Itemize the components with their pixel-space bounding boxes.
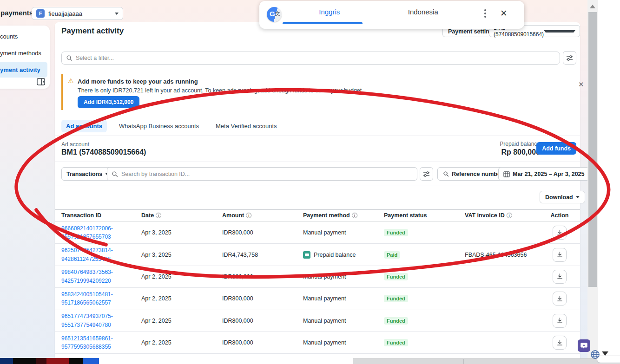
transaction-amount: IDR4,743,758 (222, 252, 303, 258)
divider (55, 186, 580, 186)
chat-bubble-button[interactable] (578, 339, 590, 352)
table-row: 9984076498373563- 9425719994209220 Apr 2… (55, 266, 580, 288)
transaction-amount: IDR800,000 (222, 339, 303, 346)
vat-invoice-id (465, 299, 546, 299)
kebab-menu-icon[interactable] (481, 9, 489, 20)
translate-tab[interactable]: Inggris (283, 1, 376, 23)
scroll-down-arrow[interactable] (602, 351, 608, 356)
transaction-id-line1: 9651774734937075- (61, 312, 141, 321)
column-header: Amounti (222, 212, 303, 219)
close-icon[interactable]: ✕ (578, 81, 584, 88)
payment-status: Paid (384, 251, 465, 259)
date-range-picker[interactable]: Mar 21, 2025 – Apr 3, 2025 (498, 167, 596, 181)
reference-number-button[interactable]: Reference number (437, 167, 508, 181)
table-row: 9651213541659861- 9577595305688355 Apr 2… (55, 332, 580, 354)
info-icon[interactable]: i (507, 213, 512, 218)
table-row: 9583424005105481- 9517186565062557 Apr 2… (55, 288, 580, 310)
download-invoice-button[interactable] (553, 248, 567, 262)
scrollbar-up-arrow[interactable] (590, 5, 595, 8)
business-selector[interactable]: F fieuajjajaaaa (32, 7, 123, 20)
tab-whatsapp-business-accounts[interactable]: WhatsApp Business accounts (114, 120, 204, 132)
chevron-down-icon (115, 13, 119, 15)
search-input-wrap (107, 167, 417, 181)
reference-number-label: Reference number (452, 171, 503, 177)
vertical-scrollbar-thumb[interactable] (588, 12, 597, 287)
transaction-id-link[interactable]: 9583424005105481- 9517186565062557 (61, 290, 141, 307)
info-icon[interactable]: i (352, 213, 357, 218)
search-icon (112, 171, 118, 177)
vat-invoice-id: FBADS-465-104363656 (465, 252, 546, 258)
prepaid-balance-value: Rp 800,000 (500, 148, 540, 156)
prepaid-balance: Prepaid balance Rp 800,000 (500, 141, 540, 156)
transaction-date: Apr 2, 2025 (141, 295, 222, 302)
status-badge: Paid (384, 251, 400, 259)
banner-body: There is only IDR720,721 left in your ad… (78, 87, 362, 94)
divider (55, 136, 580, 136)
status-badge: Funded (384, 273, 408, 280)
download-dropdown[interactable]: Download (540, 191, 585, 203)
status-badge: Funded (384, 295, 408, 302)
info-icon[interactable]: i (156, 213, 161, 218)
chat-star-icon (580, 342, 588, 350)
transaction-id-line2: 9551737754940780 (61, 321, 141, 330)
tab-meta-verified-accounts[interactable]: Meta Verified accounts (211, 120, 282, 132)
transaction-id-link[interactable]: 9651213541659861- 9577595305688355 (61, 334, 141, 351)
column-header: Payment methodi (303, 212, 384, 219)
add-funds-amount-button[interactable]: Add IDR43,512,000 (78, 96, 139, 108)
payment-method: Prepaid balance (303, 251, 384, 259)
business-name: fieuajjajaaaa (48, 10, 111, 17)
right-edge-strip (598, 0, 620, 364)
download-invoice-button[interactable] (553, 226, 567, 240)
filter-input-wrap (61, 52, 560, 65)
transaction-id-line2: 9425719994209220 (61, 277, 141, 286)
info-icon[interactable]: i (246, 213, 251, 218)
search-icon (443, 171, 449, 177)
add-funds-button[interactable]: Add funds (536, 142, 576, 155)
translate-language-tabs: InggrisIndonesia (283, 1, 470, 23)
transaction-id-line2: 9517186565062557 (61, 299, 141, 307)
sidebar-item[interactable]: yment methods (0, 45, 47, 61)
low-funds-banner: ⚠ Add more funds to keep your ads runnin… (61, 74, 578, 110)
action-cell (546, 336, 574, 350)
transaction-id-link[interactable]: 9625074054273814- 9428611247253428 (61, 246, 141, 263)
billing-payments-label: payments (0, 9, 33, 17)
google-translate-popup: G文 InggrisIndonesia ✕ (259, 1, 524, 29)
transaction-amount: IDR800,000 (222, 318, 303, 324)
column-header-label: Payment method (303, 212, 350, 219)
date-range-label: Mar 21, 2025 – Apr 3, 2025 (513, 171, 585, 177)
chevron-down-icon (576, 196, 580, 198)
sidebar-item[interactable]: yment activity (0, 62, 47, 78)
transaction-id-link[interactable]: 9666092140172006- 9557921857655703 (61, 224, 141, 241)
sidebar: countsyment methodsyment activity (0, 26, 50, 89)
transaction-id-line1: 9583424005105481- (61, 290, 141, 299)
table-body: 9666092140172006- 9557921857655703 Apr 3… (55, 222, 580, 354)
tab-ad-accounts[interactable]: Ad accounts (61, 120, 107, 132)
column-header-label: VAT invoice ID (465, 212, 505, 219)
transaction-amount: IDR800,000 (222, 273, 303, 280)
transaction-date: Apr 2, 2025 (141, 318, 222, 324)
translate-tab[interactable]: Indonesia (376, 1, 470, 23)
download-invoice-button[interactable] (553, 292, 567, 306)
column-header: Payment status (384, 212, 465, 219)
download-invoice-button[interactable] (553, 270, 567, 284)
transaction-id-line2: 9577595305688355 (61, 343, 141, 351)
sidebar-item[interactable]: counts (0, 28, 47, 44)
transactions-dropdown-label: Transactions (66, 171, 102, 177)
transaction-id-link[interactable]: 9984076498373563- 9425719994209220 (61, 268, 141, 285)
filter-input[interactable] (76, 55, 555, 61)
collapse-sidebar-icon[interactable] (37, 78, 45, 85)
payment-method: Manual payment (303, 339, 384, 346)
download-invoice-button[interactable] (553, 314, 567, 328)
status-badge: Funded (384, 339, 408, 346)
search-adjust-button[interactable] (420, 167, 433, 181)
transactions-dropdown[interactable]: Transactions (61, 167, 114, 181)
download-invoice-button[interactable] (553, 336, 567, 350)
filter-adjust-button[interactable] (563, 51, 576, 65)
transaction-id-link[interactable]: 9651774734937075- 9551737754940780 (61, 312, 141, 329)
column-header: Transaction ID (61, 212, 141, 219)
close-icon[interactable]: ✕ (500, 9, 508, 18)
table-row: 9625074054273814- 9428611247253428 Apr 3… (55, 244, 580, 266)
transaction-search-input[interactable] (121, 171, 413, 177)
globe-icon[interactable] (590, 350, 600, 359)
vat-invoice-id (465, 276, 546, 277)
